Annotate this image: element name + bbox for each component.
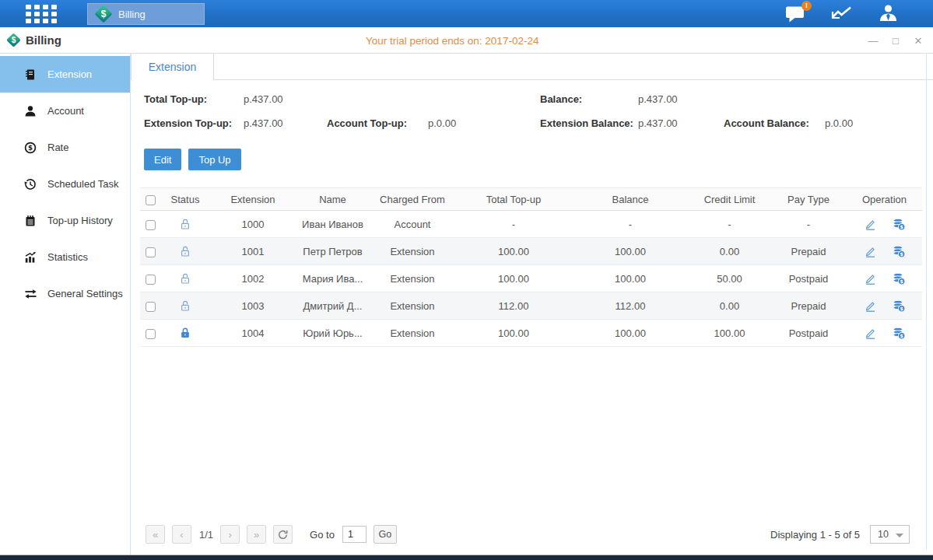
account-balance-label: Account Balance: [724,117,809,129]
row-checkbox[interactable] [146,275,156,285]
sidebar-item-label: Top-up History [47,215,113,226]
extension-cell: 1002 [210,265,296,292]
sidebar-item-rate[interactable]: $Rate [0,129,130,166]
account-topup-value: p.0.00 [428,117,456,129]
column-header: Status [160,188,210,211]
scheduled-task-icon [23,178,37,191]
pagination-bar: « ‹ 1/1 › » Go to Go Displaying 1 - 5 of… [131,525,933,555]
sidebar-item-general-settings[interactable]: General Settings [0,275,130,312]
extension-icon [23,68,37,81]
total-topup-value: p.437.00 [244,93,283,105]
sidebar-item-scheduled-task[interactable]: Scheduled Task [0,166,130,202]
edit-row-icon[interactable] [864,218,877,231]
charged-from-cell: Account [370,211,455,238]
topup-row-icon[interactable]: $ [892,299,906,313]
balance-cell: 100.00 [572,238,689,265]
pay-type-cell: Postpaid [770,320,847,347]
row-checkbox[interactable] [146,329,156,339]
sidebar: ExtensionAccount$RateScheduled TaskTop-u… [0,54,131,555]
credit-limit-cell: 0.00 [689,292,770,320]
edit-row-icon[interactable] [864,272,877,285]
edit-button[interactable]: Edit [144,149,181,170]
main-panel: Extension Total Top-up: p.437.00 Balance… [131,54,933,555]
name-cell: Юрий Юрь... [296,320,370,347]
sidebar-item-label: Rate [47,142,68,153]
table-row: 1003Дмитрий Д...Extension112.00112.000.0… [140,292,922,320]
pagination-right: Displaying 1 - 5 of 5 10 [770,525,910,544]
sidebar-item-account[interactable]: Account [0,93,130,129]
sidebar-item-label: Scheduled Task [47,178,119,190]
account-balance-value: p.0.00 [825,117,853,129]
topup-row-icon[interactable]: $ [892,326,906,340]
edit-row-icon[interactable] [864,299,877,313]
general-settings-icon [23,288,37,300]
content-area: ExtensionAccount$RateScheduled TaskTop-u… [0,54,933,555]
name-cell: Мария Ива... [296,265,370,292]
unlocked-icon [179,272,191,285]
sidebar-item-statistics[interactable]: Statistics [0,239,130,275]
extension-table-body: 1000Иван ИвановAccount----$1001Петр Петр… [140,211,922,347]
tab-extension[interactable]: Extension [131,54,214,80]
statistics-topbar-icon[interactable] [830,5,854,23]
column-header: Operation [847,188,922,211]
row-checkbox[interactable] [146,247,156,257]
total-topup-cell: - [455,211,572,238]
scroll-track [926,54,927,550]
topup-row-icon[interactable]: $ [892,244,906,258]
name-cell: Дмитрий Д... [296,292,370,320]
last-page-button[interactable]: » [247,525,266,544]
prev-page-button[interactable]: ‹ [172,525,191,544]
minimize-button[interactable]: — [868,35,879,47]
table-row: 1001Петр ПетровExtension100.00100.000.00… [140,238,922,265]
app-launcher-button[interactable] [23,0,59,27]
account-icon [23,105,37,117]
total-topup-cell: 100.00 [455,238,572,265]
column-header: Total Top-up [455,188,572,211]
header-checkbox-cell [140,188,160,211]
statistics-icon [23,251,37,264]
window-title-group: $ Billing [0,33,61,47]
name-cell: Петр Петров [296,238,370,265]
messages-icon[interactable]: ! [785,5,806,23]
edit-row-icon[interactable] [864,245,877,258]
row-checkbox[interactable] [146,220,156,230]
page-indicator: 1/1 [199,529,213,541]
column-header: Charged From [370,188,455,211]
column-header: Credit Limit [689,188,770,211]
edit-row-icon[interactable] [864,327,877,340]
total-topup-cell: 100.00 [455,265,572,292]
total-topup-label: Total Top-up: [144,93,207,105]
charged-from-cell: Extension [370,320,455,347]
refresh-button[interactable] [273,525,293,544]
topup-row-icon[interactable]: $ [892,271,906,285]
first-page-button[interactable]: « [146,525,165,544]
app-grid-icon [26,5,57,23]
close-button[interactable]: ✕ [913,35,924,47]
sidebar-item-extension[interactable]: Extension [0,56,130,93]
extension-cell: 1000 [210,211,296,238]
goto-page-input[interactable] [342,526,367,543]
charged-from-cell: Extension [370,265,455,292]
maximize-button[interactable]: □ [890,35,901,47]
column-header: Pay Type [770,188,847,211]
displaying-text: Displaying 1 - 5 of 5 [770,529,860,541]
select-all-checkbox[interactable] [146,195,156,205]
taskbar-tab-billing[interactable]: $ Billing [87,3,205,25]
chevron-down-icon [896,534,903,537]
credit-limit-cell: 50.00 [689,265,770,292]
sidebar-item-top-up-history[interactable]: Top-up History [0,202,130,239]
topup-row-icon[interactable]: $ [892,217,906,231]
svg-text:$: $ [900,224,903,229]
user-account-icon[interactable] [878,3,899,24]
page-size-select[interactable]: 10 [870,525,910,544]
billing-app-icon: $ [95,5,112,23]
row-checkbox[interactable] [146,302,156,312]
desktop-topbar: $ Billing ! [0,0,933,27]
extension-topup-value: p.437.00 [244,117,283,129]
top-up-button[interactable]: Top Up [188,149,240,170]
svg-text:$: $ [28,144,33,152]
go-button[interactable]: Go [374,525,397,544]
unlocked-icon [179,299,191,312]
next-page-button[interactable]: › [220,525,240,544]
sidebar-item-label: Statistics [47,251,88,263]
